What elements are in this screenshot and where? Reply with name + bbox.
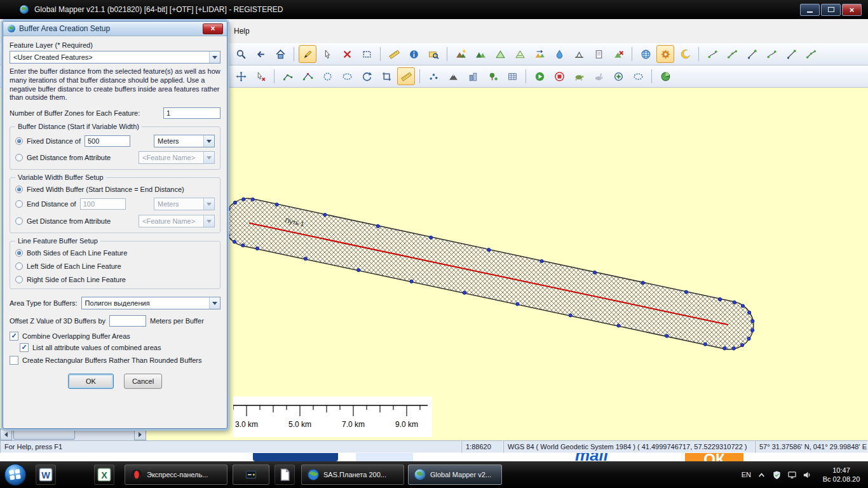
create-buffer-button[interactable] <box>397 67 415 85</box>
vertex-dot[interactable] <box>540 259 543 262</box>
select-features-button[interactable] <box>318 45 336 63</box>
terrain-layers-button[interactable] <box>471 45 489 63</box>
close-button[interactable] <box>842 4 862 16</box>
vertex-dot[interactable] <box>516 302 519 306</box>
taskbar-clock[interactable]: 10:47 Вс 02.08.20 <box>816 461 867 488</box>
select-area-button[interactable] <box>358 45 376 63</box>
hidden-icons-chevron-icon[interactable] <box>757 470 766 480</box>
vertex-dot[interactable] <box>732 347 735 350</box>
digitize-area-button[interactable] <box>763 45 780 63</box>
fixed-width-radio[interactable] <box>15 186 23 193</box>
pan-tool-button[interactable] <box>232 67 250 85</box>
delete-feature-button[interactable] <box>338 45 356 63</box>
watershed-button[interactable] <box>550 45 568 63</box>
day-night-view-button[interactable] <box>676 45 694 63</box>
terrain-grid-button[interactable] <box>511 45 529 63</box>
vertex-dot[interactable] <box>376 224 379 227</box>
vertex-dot[interactable] <box>751 329 754 332</box>
fixed-distance-input[interactable] <box>85 135 130 147</box>
vertex-dot[interactable] <box>747 337 750 340</box>
vertex-dot[interactable] <box>593 271 596 274</box>
shield-icon[interactable] <box>772 470 782 480</box>
left-side-radio[interactable] <box>15 262 23 270</box>
language-indicator[interactable]: EN <box>742 471 751 478</box>
vertex-dot[interactable] <box>617 324 620 327</box>
vertex-dot[interactable] <box>251 198 254 201</box>
vertex-dot[interactable] <box>255 247 259 250</box>
rectangular-buffers-checkbox[interactable] <box>10 356 18 365</box>
rotate-feature-button[interactable] <box>358 67 376 85</box>
opera-taskbar-button[interactable]: Экспресс-панель... <box>125 464 227 485</box>
both-sides-radio[interactable] <box>15 249 23 257</box>
vertex-dot[interactable] <box>463 291 466 294</box>
combine-overlapping-checkbox[interactable] <box>10 332 18 341</box>
terrain-shader-button[interactable] <box>452 45 470 63</box>
vertex-dot[interactable] <box>703 342 707 346</box>
vertex-dot[interactable] <box>741 304 744 308</box>
digitize-line-button[interactable] <box>703 45 721 63</box>
vertex-dot[interactable] <box>410 280 413 283</box>
feature-layer-select[interactable]: <User Created Features> <box>10 51 220 64</box>
dialog-title-bar[interactable]: Buffer Area Creation Setup <box>3 22 227 36</box>
vertex-dot[interactable] <box>741 344 744 347</box>
vertex-dot[interactable] <box>733 301 736 304</box>
vertex-dot[interactable] <box>304 257 307 261</box>
vertex-dot[interactable] <box>641 281 644 284</box>
extract-buildings-button[interactable] <box>464 67 482 85</box>
select-by-radius-button[interactable] <box>318 67 336 85</box>
end-distance-radio[interactable] <box>15 200 23 208</box>
speed-slower-button[interactable] <box>570 67 588 85</box>
play-animation-button[interactable] <box>531 67 548 85</box>
terrain-delete-button[interactable] <box>609 45 627 63</box>
word-taskbar-button[interactable] <box>36 464 56 485</box>
chevron-down-icon[interactable] <box>209 297 220 309</box>
extract-vegetation-button[interactable] <box>484 67 501 85</box>
contour-generation-button[interactable] <box>491 45 509 63</box>
start-button[interactable] <box>4 463 27 486</box>
messenger-taskbar-button[interactable] <box>233 464 269 485</box>
speaker-icon[interactable] <box>803 470 812 480</box>
vertex-dot[interactable] <box>357 269 360 272</box>
speed-faster-button[interactable] <box>590 67 607 85</box>
feature-info-button[interactable] <box>405 45 423 63</box>
maximize-button[interactable] <box>821 4 841 16</box>
terrain-script-button[interactable] <box>590 45 607 63</box>
vertex-dot[interactable] <box>430 236 433 239</box>
vertex-dot[interactable] <box>323 214 327 217</box>
grid-overlay-button[interactable] <box>503 67 521 85</box>
crop-tool-button[interactable] <box>377 67 395 85</box>
digitize-point-button[interactable] <box>782 45 800 63</box>
fixed-distance-radio[interactable] <box>15 137 23 145</box>
add-overlay-button[interactable] <box>609 67 627 85</box>
vertex-dot[interactable] <box>748 311 751 314</box>
clear-selection-button[interactable] <box>252 67 269 85</box>
digitize-curve-button[interactable] <box>743 45 761 63</box>
monitor-icon[interactable] <box>787 470 797 480</box>
vertex-dot[interactable] <box>242 198 245 201</box>
scroll-left-arrow[interactable] <box>0 429 12 440</box>
pie-chart-tool-button[interactable] <box>656 67 674 85</box>
orbit-tool-button[interactable] <box>629 67 647 85</box>
document-taskbar-button[interactable] <box>275 464 295 485</box>
online-data-button[interactable] <box>637 45 654 63</box>
flatten-terrain-button[interactable] <box>570 45 588 63</box>
scrollbar-thumb[interactable] <box>13 430 75 440</box>
digitize-line-snap-button[interactable] <box>723 45 741 63</box>
vertex-dot[interactable] <box>569 314 572 317</box>
horizontal-scrollbar[interactable] <box>0 428 146 440</box>
vertex-dot[interactable] <box>723 347 726 350</box>
right-side-radio[interactable] <box>15 276 23 283</box>
zoom-tool-button[interactable] <box>232 45 250 63</box>
vertex-dot[interactable] <box>275 203 278 206</box>
configuration-button[interactable] <box>656 45 674 63</box>
vertex-dot[interactable] <box>751 320 754 323</box>
chevron-down-icon[interactable] <box>209 51 220 63</box>
minimize-button[interactable] <box>800 4 820 16</box>
vertex-dot[interactable] <box>718 297 721 301</box>
point-cloud-button[interactable] <box>424 67 442 85</box>
measure-tool-button[interactable] <box>385 45 403 63</box>
route-line-feature[interactable] <box>249 223 728 325</box>
digitize-range-ring-button[interactable] <box>802 45 820 63</box>
lidar-terrain-button[interactable] <box>444 67 462 85</box>
vertex-dot[interactable] <box>487 248 491 252</box>
